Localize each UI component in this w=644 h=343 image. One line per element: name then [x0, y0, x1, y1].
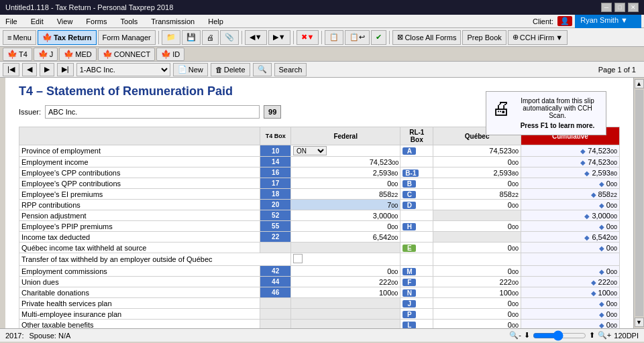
star-icon[interactable]: ◆	[599, 245, 604, 252]
tab-t4[interactable]: 🍁 T4	[3, 48, 32, 61]
zoom-level: 120DPI	[614, 332, 639, 340]
federal-cell[interactable]: 3,00000	[291, 210, 400, 221]
scrollbar-right[interactable]: ▲ ▼	[633, 78, 644, 328]
separator3	[293, 31, 294, 44]
window-controls[interactable]: ─ □ ✕	[601, 3, 639, 12]
rl1-box: D	[400, 200, 433, 210]
scroll-up-button[interactable]: ▲	[635, 79, 644, 88]
quebec-cell: 2,59380	[433, 167, 521, 178]
province-select[interactable]: ON	[293, 146, 327, 155]
search-button[interactable]: Search	[274, 63, 307, 76]
zoom-down-arrow[interactable]: ⬇	[524, 331, 530, 340]
print-button[interactable]: 🖨	[202, 30, 219, 45]
star-icon[interactable]: ◆	[599, 311, 604, 318]
cch-firm-button[interactable]: ⊕ CCH iFirm ▼	[508, 30, 568, 45]
check-button[interactable]: ✔	[371, 30, 386, 45]
star-icon[interactable]: ◆	[599, 180, 604, 188]
star-icon[interactable]: ◆	[580, 159, 586, 166]
x-button[interactable]: ✖▼	[297, 30, 319, 45]
menu-button[interactable]: ≡ Menu	[3, 30, 36, 45]
issuer-label: Issuer:	[19, 108, 41, 116]
federal-cell[interactable]: 000	[291, 178, 400, 189]
menu-file[interactable]: File	[3, 17, 20, 26]
star-icon[interactable]: ◆	[591, 279, 596, 286]
form-container: 🖨 Import data from this slip automatical…	[19, 84, 620, 328]
federal-cell[interactable]: 22200	[291, 277, 400, 287]
client-selector[interactable]: 👤 Ryan Smith ▼	[557, 15, 641, 28]
prep-book-button[interactable]: Prep Book	[462, 30, 506, 45]
menu-transmission[interactable]: Transmission	[148, 17, 197, 26]
minimize-button[interactable]: ─	[601, 3, 612, 12]
tax-return-button[interactable]: 🍁 Tax Return	[38, 30, 97, 45]
form-manager-button[interactable]: Form Manager	[98, 30, 156, 45]
federal-cell[interactable]	[291, 253, 400, 266]
federal-cell[interactable]: 74,52300	[291, 157, 400, 167]
arrow-right-button[interactable]: ▶▼	[268, 30, 290, 45]
federal-cell[interactable]: 000	[291, 221, 400, 232]
star-icon[interactable]: ◆	[580, 147, 586, 155]
nav-dropdown[interactable]: 1-ABC Inc.	[76, 63, 170, 76]
federal-cell[interactable]: 85822	[291, 189, 400, 200]
toolbar: ≡ Menu 🍁 Tax Return Form Manager 📁 💾 🖨 📎…	[0, 28, 644, 47]
star-icon[interactable]: ◆	[584, 212, 590, 220]
tab-j[interactable]: 🍁 J	[34, 48, 58, 61]
row-label: RPP contributions	[19, 200, 260, 210]
folder-button[interactable]: 📁	[162, 30, 180, 45]
star-icon[interactable]: ◆	[599, 223, 604, 230]
paperclip-button[interactable]: 📎	[220, 30, 239, 45]
zoom-slider[interactable]	[533, 330, 586, 341]
box-99-button[interactable]: 99	[264, 105, 281, 119]
close-all-button[interactable]: ⊠ Close All Forms	[392, 30, 461, 45]
nav-forward[interactable]: ▶	[40, 63, 54, 76]
federal-cell[interactable]: 10000	[291, 287, 400, 298]
federal-cell[interactable]: 700	[291, 200, 400, 210]
federal-cell[interactable]: 000	[291, 266, 400, 277]
printer-icon: 🖨	[492, 97, 511, 119]
issuer-input[interactable]	[45, 105, 260, 119]
star-icon[interactable]: ◆	[599, 202, 604, 209]
import-text: Import data from this slip automatically…	[515, 97, 600, 119]
find-button[interactable]: 🔍	[253, 63, 272, 76]
tab-connect[interactable]: 🍁 CONNECT	[98, 48, 155, 61]
menu-help[interactable]: Help	[205, 17, 226, 26]
star-icon[interactable]: ◆	[584, 234, 590, 241]
copy-button[interactable]: 📋	[325, 30, 343, 45]
close-button[interactable]: ✕	[628, 3, 639, 12]
star-icon[interactable]: ◆	[584, 169, 590, 177]
federal-cell[interactable]: 2,59380	[291, 167, 400, 178]
arrow-left-button[interactable]: ◀▼	[245, 30, 267, 45]
federal-cell	[291, 243, 400, 253]
zoom-out-icon[interactable]: 🔍-	[509, 331, 521, 340]
nav-back[interactable]: ◀	[22, 63, 37, 76]
federal-cell[interactable]: 6,54200	[291, 232, 400, 243]
star-icon[interactable]: ◆	[599, 322, 604, 329]
star-icon[interactable]: ◆	[591, 191, 596, 198]
menu-tools[interactable]: Tools	[118, 17, 141, 26]
paste-button[interactable]: 📋↩	[345, 30, 370, 45]
maximize-button[interactable]: □	[614, 3, 625, 12]
star-icon[interactable]: ◆	[599, 300, 604, 307]
scroll-down-button[interactable]: ▼	[635, 318, 644, 327]
delete-button[interactable]: 🗑 Delete	[211, 63, 250, 76]
save-button[interactable]: 💾	[182, 30, 201, 45]
menu-edit[interactable]: Edit	[28, 17, 46, 26]
new-button[interactable]: 📄 New	[173, 63, 208, 76]
menu-view[interactable]: View	[54, 17, 76, 26]
box-number: 14	[260, 157, 291, 167]
tab-id[interactable]: 🍁 ID	[156, 48, 184, 61]
rl1-badge: A	[402, 147, 416, 155]
zoom-up-arrow[interactable]: ⬆	[589, 331, 595, 340]
star-icon[interactable]: ◆	[599, 268, 604, 275]
transfer-checkbox[interactable]	[293, 254, 303, 263]
menu-forms[interactable]: Forms	[83, 17, 109, 26]
row-label: Charitable donations	[19, 287, 260, 298]
tab-med[interactable]: 🍁 MED	[59, 48, 96, 61]
star-icon[interactable]: ◆	[591, 289, 596, 297]
nav-forward-forward[interactable]: ▶|	[57, 63, 74, 76]
rl1-box: A	[400, 145, 433, 157]
federal-cell[interactable]: ON	[291, 145, 400, 157]
client-dropdown[interactable]: Ryan Smith ▼	[575, 15, 641, 28]
nav-back-back[interactable]: |◀	[3, 63, 19, 76]
zoom-in-icon[interactable]: 🔍+	[598, 331, 611, 340]
row-label: Income tax deducted	[19, 232, 260, 243]
